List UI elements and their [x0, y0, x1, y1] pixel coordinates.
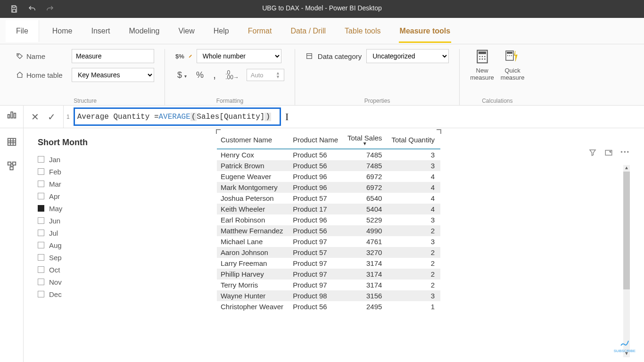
slicer-item-apr[interactable]: Apr	[38, 190, 137, 202]
slicer-item-label: Jun	[49, 217, 60, 225]
menu-format[interactable]: Format	[239, 20, 281, 42]
report-view-icon[interactable]	[7, 109, 17, 121]
data-table: Customer NameProduct NameTotal Sales▼Tot…	[217, 130, 440, 312]
table-row[interactable]: Eugene WeaverProduct 9669724	[217, 171, 440, 182]
checkbox-icon[interactable]	[38, 217, 44, 224]
table-row[interactable]: Wayne HunterProduct 9831563	[217, 290, 440, 301]
data-category-select[interactable]: Uncategorized	[366, 49, 449, 63]
menu-view[interactable]: View	[169, 20, 204, 42]
table-row[interactable]: Mark MontgomeryProduct 9669724	[217, 182, 440, 193]
scroll-up-arrow-icon[interactable]: ▲	[623, 165, 630, 172]
checkbox-icon[interactable]	[38, 156, 44, 163]
decimal-button[interactable]: .0.00→	[223, 69, 241, 81]
menu-measure-tools[interactable]: Measure tools	[390, 20, 460, 42]
table-cell: Product 56	[289, 160, 344, 171]
table-row[interactable]: Terry MorrisProduct 9731742	[217, 280, 440, 290]
more-options-icon[interactable]: •••	[620, 148, 630, 158]
svg-rect-23	[10, 167, 13, 170]
checkbox-icon[interactable]	[38, 230, 44, 236]
checkbox-icon[interactable]	[38, 205, 44, 212]
currency-button[interactable]: $ ▾	[175, 69, 189, 81]
visual-resize-handle-tr[interactable]	[437, 129, 441, 134]
slicer-item-nov[interactable]: Nov	[38, 276, 137, 288]
subscribe-badge[interactable]: SUBSCRIBE	[614, 339, 636, 354]
slicer-item-mar[interactable]: Mar	[38, 178, 137, 190]
calculations-group-label: Calculations	[470, 95, 524, 105]
checkbox-icon[interactable]	[38, 193, 44, 199]
vertical-scrollbar[interactable]: ▲ ▼	[623, 165, 630, 357]
model-view-icon[interactable]	[7, 161, 17, 173]
slicer-item-may[interactable]: May	[38, 202, 137, 214]
table-row[interactable]: Joshua PetersonProduct 5765404	[217, 193, 440, 204]
table-row[interactable]: Keith WheelerProduct 1754044	[217, 204, 440, 214]
table-cell: 4	[388, 193, 440, 204]
menu-data-drill[interactable]: Data / Drill	[281, 20, 335, 42]
focus-mode-icon[interactable]	[604, 148, 613, 158]
svg-point-14	[507, 55, 508, 56]
menu-modeling[interactable]: Modeling	[119, 20, 169, 42]
table-row[interactable]: Larry FreemanProduct 9731742	[217, 258, 440, 269]
table-cell: Aaron Johnson	[217, 247, 289, 258]
thousands-button[interactable]: ,	[211, 68, 218, 82]
slicer-item-jan[interactable]: Jan	[38, 153, 137, 165]
table-row[interactable]: Patrick BrownProduct 5674853	[217, 160, 440, 171]
decimal-places-spinner[interactable]: Auto▲▼	[247, 69, 284, 81]
table-row[interactable]: Michael LaneProduct 9747613	[217, 236, 440, 247]
table-cell: 3	[388, 214, 440, 225]
menu-home[interactable]: Home	[43, 20, 82, 42]
format-type-select[interactable]: Whole number	[197, 49, 281, 63]
cancel-formula-icon[interactable]: ✕	[31, 111, 39, 123]
table-row[interactable]: Matthew FernandezProduct 5649902	[217, 225, 440, 236]
new-measure-button[interactable]: Newmeasure	[470, 49, 494, 81]
commit-formula-icon[interactable]: ✓	[48, 111, 56, 123]
menu-insert[interactable]: Insert	[82, 20, 119, 42]
slicer-item-aug[interactable]: Aug	[38, 239, 137, 251]
visual-resize-handle-tl[interactable]	[216, 129, 221, 134]
slicer-item-jul[interactable]: Jul	[38, 227, 137, 239]
menu-help[interactable]: Help	[204, 20, 239, 42]
checkbox-icon[interactable]	[38, 291, 44, 297]
table-row[interactable]: Aaron JohnsonProduct 5732702	[217, 247, 440, 258]
slicer-item-label: Dec	[49, 290, 62, 298]
column-header[interactable]: Customer Name	[217, 130, 289, 149]
slicer-item-sep[interactable]: Sep	[38, 251, 137, 263]
checkbox-icon[interactable]	[38, 266, 44, 273]
table-cell: 2	[388, 280, 440, 290]
menu-table-tools[interactable]: Table tools	[335, 20, 390, 42]
titlebar: UBG to DAX - Model - Power BI Desktop	[0, 0, 644, 18]
formula-editor[interactable]: Average Quantity = AVERAGE( Sales[Quanti…	[73, 106, 644, 128]
table-cell: Product 57	[289, 193, 344, 204]
quick-measure-button[interactable]: Quickmeasure	[501, 49, 525, 81]
column-header[interactable]: Product Name	[289, 130, 344, 149]
undo-icon[interactable]	[27, 4, 37, 14]
checkbox-icon[interactable]	[38, 181, 44, 187]
scroll-thumb[interactable]	[623, 172, 630, 289]
checkbox-icon[interactable]	[38, 168, 44, 175]
table-row[interactable]: Earl RobinsonProduct 9652293	[217, 214, 440, 225]
checkbox-icon[interactable]	[38, 242, 44, 248]
column-header[interactable]: Total Quantity	[388, 130, 440, 149]
redo-icon[interactable]	[45, 4, 55, 14]
svg-rect-17	[8, 115, 9, 118]
menu-file[interactable]: File	[6, 20, 39, 42]
filter-icon[interactable]	[588, 148, 597, 158]
slicer-item-feb[interactable]: Feb	[38, 165, 137, 178]
slicer-item-dec[interactable]: Dec	[38, 288, 137, 300]
home-table-select[interactable]: Key Measures	[72, 68, 154, 82]
slicer-item-oct[interactable]: Oct	[38, 263, 137, 276]
table-row[interactable]: Christopher WeaverProduct 5624951	[217, 301, 440, 312]
column-header[interactable]: Total Sales▼	[344, 130, 388, 149]
table-row[interactable]: Henry CoxProduct 5674853	[217, 149, 440, 160]
table-row[interactable]: Phillip HarveyProduct 9731742	[217, 269, 440, 280]
data-table-visual[interactable]: Customer NameProduct NameTotal Sales▼Tot…	[217, 130, 440, 362]
percent-button[interactable]: %	[194, 69, 206, 81]
slicer-item-label: Oct	[49, 266, 60, 274]
save-icon[interactable]	[9, 4, 19, 14]
table-cell: Product 96	[289, 214, 344, 225]
measure-name-input[interactable]	[72, 49, 154, 63]
table-cell: 3174	[344, 280, 388, 290]
slicer-item-jun[interactable]: Jun	[38, 214, 137, 227]
checkbox-icon[interactable]	[38, 254, 44, 261]
checkbox-icon[interactable]	[38, 279, 44, 285]
data-view-icon[interactable]	[7, 137, 17, 148]
